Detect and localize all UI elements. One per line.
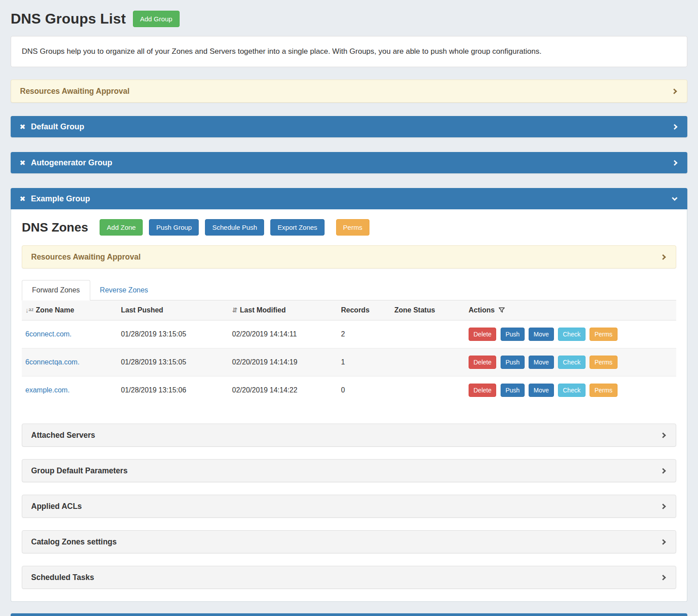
table-header-row: ↓ᵃᶻZone Name Last Pushed ⇵Last Modified … — [22, 300, 676, 320]
tab-reverse-zones[interactable]: Reverse Zones — [90, 280, 158, 300]
accordion-label: Group Default Parameters — [31, 466, 128, 476]
example-group-body: DNS Zones Add Zone Push Group Schedule P… — [11, 209, 687, 602]
records-cell: 0 — [337, 376, 391, 404]
zones-table: ↓ᵃᶻZone Name Last Pushed ⇵Last Modified … — [22, 300, 676, 404]
last-pushed-cell: 01/28/2019 13:15:05 — [117, 320, 229, 348]
chevron-right-icon — [660, 539, 666, 545]
delete-button[interactable]: Delete — [469, 328, 496, 341]
table-row: example.com. 01/28/2019 13:15:06 02/20/2… — [22, 376, 676, 404]
zone-name-link[interactable]: example.com. — [25, 386, 70, 394]
accordion-label: Applied ACLs — [31, 502, 82, 511]
zone-name-link[interactable]: 6connectqa.com. — [25, 358, 80, 366]
add-zone-button[interactable]: Add Zone — [100, 219, 143, 236]
zones-tabs: Forward Zones Reverse Zones — [22, 280, 676, 300]
accordion-attached-servers[interactable]: Attached Servers — [22, 424, 676, 447]
tab-forward-zones[interactable]: Forward Zones — [22, 280, 90, 300]
records-cell: 1 — [337, 348, 391, 376]
title-row: DNS Groups List Add Group — [11, 11, 687, 27]
table-row: 6connectqa.com. 01/28/2019 13:15:05 02/2… — [22, 348, 676, 376]
group-header-partial[interactable] — [11, 613, 687, 616]
accordion-applied-acls[interactable]: Applied ACLs — [22, 495, 676, 518]
perms-button[interactable]: Perms — [336, 219, 369, 236]
delete-button[interactable]: Delete — [469, 384, 496, 397]
add-group-button[interactable]: Add Group — [133, 11, 180, 27]
sort-az-icon: ↓ᵃᶻ — [25, 306, 34, 314]
group-header-default[interactable]: ✖ Default Group — [11, 116, 687, 137]
zone-name-link[interactable]: 6connect.com. — [25, 330, 72, 338]
page: DNS Groups List Add Group DNS Groups hel… — [0, 0, 698, 616]
group-name: Default Group — [31, 122, 84, 132]
check-button[interactable]: Check — [558, 328, 586, 341]
accordion-label: Catalog Zones settings — [31, 537, 117, 547]
accordion-label: Attached Servers — [31, 431, 95, 440]
chevron-down-icon — [672, 195, 678, 201]
push-button[interactable]: Push — [501, 328, 525, 341]
dns-zones-toolbar: DNS Zones Add Zone Push Group Schedule P… — [22, 219, 676, 236]
zone-status-cell — [391, 376, 465, 404]
column-records[interactable]: Records — [337, 300, 391, 320]
move-button[interactable]: Move — [529, 384, 554, 397]
check-button[interactable]: Check — [558, 384, 586, 397]
chevron-right-icon — [660, 504, 666, 509]
table-row: 6connect.com. 01/28/2019 13:15:05 02/20/… — [22, 320, 676, 348]
last-pushed-cell: 01/28/2019 13:15:06 — [117, 376, 229, 404]
perms-row-button[interactable]: Perms — [590, 356, 617, 369]
approval-label: Resources Awaiting Approval — [31, 252, 140, 262]
accordion-group-default-parameters[interactable]: Group Default Parameters — [22, 459, 676, 482]
last-modified-cell: 02/20/2019 14:14:11 — [229, 320, 337, 348]
group-header-example[interactable]: ✖ Example Group — [11, 188, 687, 209]
export-zones-button[interactable]: Export Zones — [270, 219, 324, 236]
push-button[interactable]: Push — [501, 356, 525, 369]
schedule-push-button[interactable]: Schedule Push — [205, 219, 264, 236]
sort-updown-icon: ⇵ — [232, 306, 238, 314]
chevron-right-icon — [672, 160, 678, 166]
last-modified-cell: 02/20/2019 14:14:19 — [229, 348, 337, 376]
close-icon[interactable]: ✖ — [20, 195, 25, 203]
filter-icon[interactable] — [498, 307, 505, 313]
column-zone-name[interactable]: ↓ᵃᶻZone Name — [22, 300, 117, 320]
move-button[interactable]: Move — [529, 356, 554, 369]
description-box: DNS Groups help you to organize all of y… — [11, 36, 687, 67]
push-group-button[interactable]: Push Group — [149, 219, 199, 236]
perms-row-button[interactable]: Perms — [590, 328, 617, 341]
last-pushed-cell: 01/28/2019 13:15:05 — [117, 348, 229, 376]
perms-row-button[interactable]: Perms — [590, 384, 617, 397]
column-actions[interactable]: Actions — [465, 300, 676, 320]
move-button[interactable]: Move — [529, 328, 554, 341]
chevron-right-icon — [660, 432, 666, 438]
chevron-right-icon — [671, 88, 677, 94]
chevron-right-icon — [660, 254, 666, 260]
chevron-right-icon — [660, 468, 666, 474]
zone-status-cell — [391, 320, 465, 348]
column-last-pushed[interactable]: Last Pushed — [117, 300, 229, 320]
accordion-label: Scheduled Tasks — [31, 573, 94, 582]
accordion-catalog-zones-settings[interactable]: Catalog Zones settings — [22, 530, 676, 553]
chevron-right-icon — [660, 575, 666, 580]
records-cell: 2 — [337, 320, 391, 348]
close-icon[interactable]: ✖ — [20, 159, 25, 167]
zone-status-cell — [391, 348, 465, 376]
delete-button[interactable]: Delete — [469, 356, 496, 369]
close-icon[interactable]: ✖ — [20, 123, 25, 131]
column-zone-status[interactable]: Zone Status — [391, 300, 465, 320]
group-name: Example Group — [31, 194, 90, 204]
approval-panel[interactable]: Resources Awaiting Approval — [11, 80, 687, 103]
push-button[interactable]: Push — [501, 384, 525, 397]
accordion-scheduled-tasks[interactable]: Scheduled Tasks — [22, 566, 676, 589]
check-button[interactable]: Check — [558, 356, 586, 369]
approval-panel-inner[interactable]: Resources Awaiting Approval — [22, 245, 676, 268]
last-modified-cell: 02/20/2019 14:14:22 — [229, 376, 337, 404]
dns-zones-title: DNS Zones — [22, 220, 88, 235]
page-title: DNS Groups List — [11, 11, 126, 27]
approval-label: Resources Awaiting Approval — [20, 87, 129, 96]
column-last-modified[interactable]: ⇵Last Modified — [229, 300, 337, 320]
group-header-autogenerator[interactable]: ✖ Autogenerator Group — [11, 152, 687, 173]
chevron-right-icon — [672, 124, 678, 130]
group-name: Autogenerator Group — [31, 158, 112, 168]
